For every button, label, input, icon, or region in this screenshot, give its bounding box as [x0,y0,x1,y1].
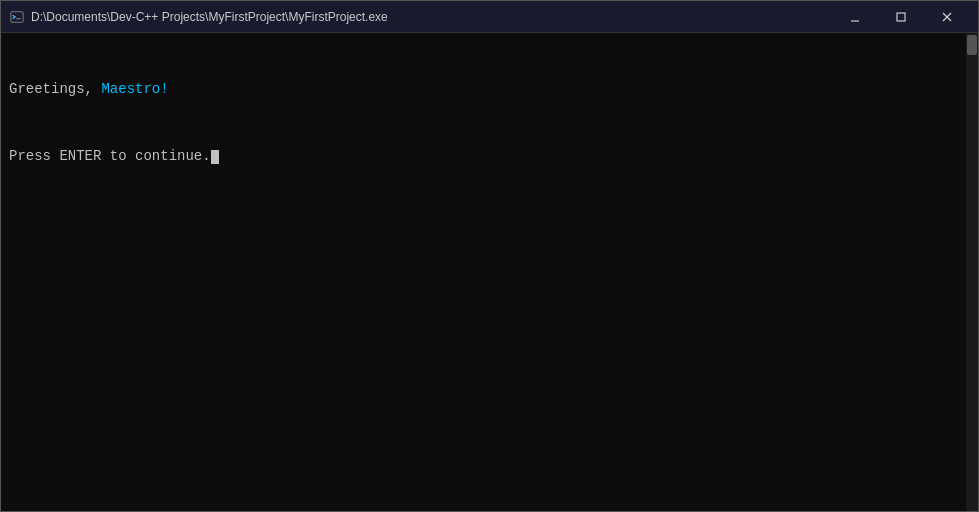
maximize-button[interactable] [878,2,924,32]
console-output: Greetings, Maestro! Press ENTER to conti… [9,41,970,206]
press-enter-line: Press ENTER to continue. [9,147,970,167]
minimize-button[interactable] [832,2,878,32]
window: D:\Documents\Dev-C++ Projects\MyFirstPro… [0,0,979,512]
svg-rect-3 [897,13,905,21]
titlebar: D:\Documents\Dev-C++ Projects\MyFirstPro… [1,1,978,33]
svg-rect-0 [11,11,23,22]
press-text: Press ENTER to continue. [9,148,211,164]
greeting-line: Greetings, Maestro! [9,80,970,100]
terminal-icon [9,9,25,25]
scrollbar[interactable] [966,33,978,511]
scrollbar-thumb[interactable] [967,35,977,55]
greeting-name: Maestro! [101,81,168,97]
console-area: Greetings, Maestro! Press ENTER to conti… [1,33,978,511]
close-button[interactable] [924,2,970,32]
cursor [211,150,219,164]
greeting-prefix: Greetings, [9,81,101,97]
titlebar-title: D:\Documents\Dev-C++ Projects\MyFirstPro… [31,10,388,24]
titlebar-controls [832,2,970,32]
titlebar-left: D:\Documents\Dev-C++ Projects\MyFirstPro… [9,9,388,25]
